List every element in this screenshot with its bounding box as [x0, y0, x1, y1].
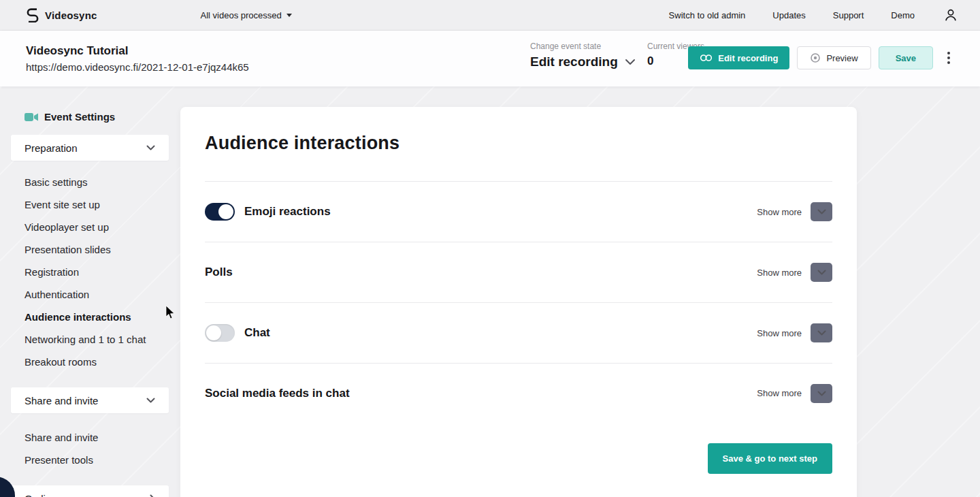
top-bar: Videosync All videos processed Switch to…: [0, 0, 980, 31]
show-more-link[interactable]: Show more: [757, 207, 802, 217]
setting-row-emoji-reactions: Emoji reactions Show more: [205, 182, 832, 242]
sidebar-item-basic-settings[interactable]: Basic settings: [11, 172, 169, 194]
user-icon: [943, 7, 958, 22]
video-camera-icon: [24, 112, 38, 122]
event-settings-heading: Event Settings: [24, 111, 169, 123]
chevron-down-icon: [146, 398, 155, 403]
sidebar-item-videoplayer-set-up[interactable]: Videoplayer set up: [11, 217, 169, 239]
event-settings-title: Event Settings: [44, 111, 115, 123]
nav-switch-to-old-admin[interactable]: Switch to old admin: [669, 10, 746, 20]
save-and-next-step-button[interactable]: Save & go to next step: [708, 443, 832, 474]
audience-interactions-panel: Audience interactions Emoji reactions Sh…: [180, 107, 857, 497]
sidebar-section-go-live[interactable]: Go live: [11, 485, 169, 497]
chevron-down-icon: [817, 270, 826, 275]
preparation-items: Basic settings Event site set up Videopl…: [11, 172, 169, 374]
nav-support[interactable]: Support: [833, 10, 864, 20]
sidebar-item-networking-1to1-chat[interactable]: Networking and 1 to 1 chat: [11, 329, 169, 351]
edit-recording-button[interactable]: Edit recording: [688, 46, 789, 69]
expand-button[interactable]: [811, 263, 832, 282]
nav-updates[interactable]: Updates: [772, 10, 805, 20]
chevron-down-icon: [817, 330, 826, 336]
go-live-label: Go live: [24, 493, 56, 497]
user-menu-button[interactable]: [943, 7, 958, 22]
videos-filter-dropdown[interactable]: All videos processed: [201, 10, 292, 20]
sidebar-item-audience-interactions[interactable]: Audience interactions: [11, 306, 169, 329]
chevron-down-icon: [625, 59, 636, 65]
preview-button[interactable]: Preview: [797, 46, 870, 69]
expand-button[interactable]: [811, 202, 832, 221]
event-title: Videosync Tutorial: [26, 44, 249, 58]
videos-filter-label: All videos processed: [201, 10, 282, 20]
event-state-label: Change event state: [530, 42, 636, 51]
show-more-link[interactable]: Show more: [757, 268, 802, 278]
event-state-value: Edit recording: [530, 54, 618, 69]
sidebar: Event Settings Preparation Basic setting…: [11, 86, 169, 497]
social-media-feeds-label: Social media feeds in chat: [205, 387, 350, 400]
show-more-link[interactable]: Show more: [757, 328, 802, 338]
sidebar-section-share-and-invite[interactable]: Share and invite: [11, 387, 169, 413]
preview-label: Preview: [826, 53, 858, 63]
event-header: Videosync Tutorial https://demo.videosyn…: [0, 31, 980, 86]
top-nav: Switch to old admin Updates Support Demo: [669, 10, 915, 20]
chevron-down-icon: [817, 209, 826, 214]
sidebar-item-share-and-invite[interactable]: Share and invite: [11, 427, 169, 449]
chat-toggle[interactable]: [205, 324, 235, 342]
sidebar-item-presenter-tools[interactable]: Presenter tools: [11, 449, 169, 472]
setting-row-polls: Polls Show more: [205, 242, 832, 303]
setting-row-social-media-feeds: Social media feeds in chat Show more: [205, 364, 832, 423]
recording-icon: [700, 53, 713, 63]
sidebar-item-authentication[interactable]: Authentication: [11, 284, 169, 306]
brand-name: Videosync: [45, 10, 97, 21]
sidebar-section-preparation[interactable]: Preparation: [11, 135, 169, 161]
page-title: Audience interactions: [205, 107, 832, 182]
event-state-block: Change event state Edit recording: [530, 42, 636, 69]
event-url: https://demo.videosync.fi/2021-12-01-e7j…: [26, 61, 249, 73]
show-more-link[interactable]: Show more: [757, 388, 802, 398]
chat-label: Chat: [244, 326, 270, 340]
sidebar-item-event-site-set-up[interactable]: Event site set up: [11, 194, 169, 217]
save-button[interactable]: Save: [879, 46, 933, 69]
sidebar-item-presentation-slides[interactable]: Presentation slides: [11, 239, 169, 261]
event-state-dropdown[interactable]: Edit recording: [530, 54, 636, 69]
videosync-logo[interactable]: Videosync: [26, 7, 97, 22]
emoji-reactions-label: Emoji reactions: [244, 205, 331, 219]
chevron-right-icon: [150, 494, 155, 497]
expand-button[interactable]: [811, 323, 832, 342]
preparation-label: Preparation: [24, 142, 78, 154]
videosync-logo-icon: [26, 7, 39, 22]
chevron-down-icon: [146, 145, 155, 150]
share-items: Share and invite Presenter tools: [11, 427, 169, 472]
header-actions: Edit recording Preview Save: [688, 46, 956, 69]
chevron-down-icon: [817, 391, 826, 396]
setting-row-chat: Chat Show more: [205, 303, 832, 364]
preview-eye-icon: [810, 52, 821, 63]
save-row: Save & go to next step: [205, 443, 832, 474]
more-options-kebab-menu[interactable]: [942, 48, 956, 68]
caret-down-icon: [287, 14, 292, 17]
expand-button[interactable]: [811, 384, 832, 403]
sidebar-item-registration[interactable]: Registration: [11, 261, 169, 284]
sidebar-item-breakout-rooms[interactable]: Breakout rooms: [11, 351, 169, 374]
polls-label: Polls: [205, 266, 233, 279]
emoji-reactions-toggle[interactable]: [205, 203, 235, 221]
nav-demo[interactable]: Demo: [891, 10, 915, 20]
edit-recording-label: Edit recording: [718, 53, 778, 63]
save-label: Save: [896, 53, 916, 63]
share-and-invite-label: Share and invite: [24, 395, 98, 406]
